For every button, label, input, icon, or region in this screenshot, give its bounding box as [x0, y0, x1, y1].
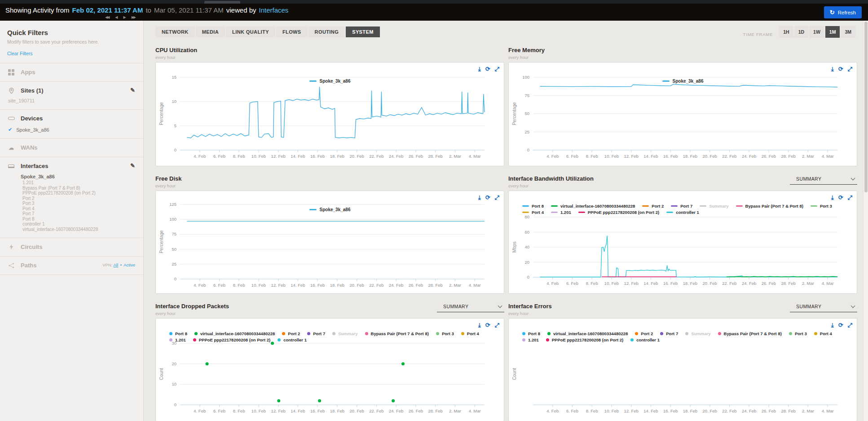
summary-dropdown-dropped[interactable]: SUMMARY — [437, 303, 504, 312]
download-icon[interactable]: ⤓ — [831, 322, 834, 328]
reload-icon[interactable]: ⟳ — [485, 322, 490, 328]
legend-item[interactable]: Port 4 — [461, 331, 479, 336]
next-page-icon[interactable]: ▶ — [123, 15, 125, 19]
reload-icon[interactable]: ⟳ — [485, 195, 490, 200]
legend-item[interactable]: 1.201 — [522, 337, 539, 342]
reload-icon[interactable]: ⟳ — [838, 195, 843, 200]
site-list-item[interactable]: site_190711 — [8, 98, 136, 103]
legend-item[interactable]: controller 1 — [630, 337, 660, 342]
reload-icon[interactable]: ⟳ — [485, 66, 490, 72]
download-icon[interactable]: ⤓ — [478, 66, 481, 72]
interface-list-item[interactable]: Port 2 — [22, 196, 136, 201]
tab-routing[interactable]: ROUTING — [308, 27, 345, 37]
interface-list-item[interactable]: Port 8 — [22, 217, 136, 222]
legend-item[interactable]: Summary — [332, 331, 357, 336]
tab-media[interactable]: MEDIA — [196, 27, 225, 37]
legend-item[interactable]: Summary — [685, 331, 710, 336]
first-page-icon[interactable]: ◀◀ — [105, 15, 109, 19]
sidebar-item-circuits[interactable]: Circuits — [7, 244, 136, 250]
interface-list-item[interactable]: virtual_interface-16070800334480228 — [22, 227, 136, 232]
reload-icon[interactable]: ⟳ — [838, 66, 843, 72]
legend-item[interactable]: virtual_interface-16070800334480228 — [551, 204, 635, 208]
tab-system[interactable]: SYSTEM — [346, 27, 380, 37]
timeframe-1d[interactable]: 1D — [794, 26, 808, 38]
timeframe-1m[interactable]: 1M — [825, 26, 840, 38]
legend-item[interactable]: Port 7 — [307, 331, 325, 336]
sidebar-item-apps[interactable]: Apps — [7, 69, 136, 75]
sidebar-item-wans[interactable]: ☁ WANs — [7, 144, 136, 151]
vpn-all-link[interactable]: All — [113, 262, 118, 267]
interface-list-item[interactable]: 1.201 — [22, 180, 136, 186]
legend-item[interactable]: Port 3 — [789, 331, 807, 336]
timeframe-1h[interactable]: 1H — [779, 26, 793, 38]
end-date[interactable]: Mar 05, 2021 11:37 AM — [154, 6, 224, 14]
legend-item[interactable]: Port 2 — [642, 204, 664, 208]
legend-item[interactable]: PPPoE ppp22178200208 (on Port 2) — [578, 210, 659, 215]
chart-plot-disk[interactable]: 1251007550250Percentage4. Feb6. Feb8. Fe… — [156, 191, 505, 294]
tab-network[interactable]: NETWORK — [155, 27, 195, 37]
interface-list-item[interactable]: controller 1 — [22, 222, 136, 227]
legend-item[interactable]: Bypass Pair (Port 7 & Port 8) — [718, 331, 782, 336]
summary-dropdown-errors[interactable]: SUMMARY — [790, 303, 857, 312]
last-page-icon[interactable]: ▶▶ — [132, 15, 135, 19]
legend-item[interactable]: Port 7 — [671, 204, 692, 208]
prev-page-icon[interactable]: ◀ — [115, 15, 117, 19]
legend-item[interactable]: 1.201 — [551, 210, 571, 215]
reload-icon[interactable]: ⟳ — [838, 322, 843, 328]
chart-plot-cpu[interactable]: 151050Percentage4. Feb6. Feb8. Feb10. Fe… — [156, 62, 505, 167]
sidebar-item-devices[interactable]: Devices — [7, 115, 136, 122]
legend-item[interactable]: Port 8 — [169, 331, 187, 336]
legend-item[interactable]: Port 3 — [811, 204, 832, 208]
interface-list-item[interactable]: Port 3 — [22, 201, 136, 206]
expand-icon[interactable]: ⤢ — [848, 322, 852, 328]
legend-item[interactable]: PPPoE ppp22178200208 (on Port 2) — [193, 337, 270, 342]
expand-icon[interactable]: ⤢ — [848, 195, 852, 200]
interface-list-item[interactable]: Port 7 — [22, 211, 136, 217]
interface-list-item[interactable]: Bypass Pair (Port 7 & Port 8) — [22, 186, 136, 191]
legend-item[interactable]: virtual_interface-16070800334480228 — [194, 331, 275, 336]
download-icon[interactable]: ⤓ — [831, 195, 834, 200]
expand-icon[interactable]: ⤢ — [848, 66, 852, 72]
legend-item[interactable]: controller 1 — [666, 210, 699, 215]
tab-link-quality[interactable]: LINK QUALITY — [226, 27, 275, 37]
legend-item[interactable]: Port 2 — [282, 331, 300, 336]
download-icon[interactable]: ⤓ — [478, 195, 481, 200]
vertical-scrollbar[interactable] — [863, 21, 868, 421]
legend-item[interactable]: Port 8 — [522, 331, 540, 336]
device-list-item[interactable]: ✔ Spoke_3k_a86 — [8, 127, 136, 133]
sidebar-item-sites[interactable]: Sites (1) ✎ — [7, 87, 136, 94]
download-icon[interactable]: ⤓ — [478, 322, 481, 328]
legend-item[interactable]: Summary — [700, 204, 728, 208]
clear-filters-link[interactable]: Clear Filters — [7, 51, 33, 56]
interface-list-item[interactable]: Port 4 — [22, 206, 136, 212]
sidebar-item-paths[interactable]: Paths VPN: All • Active — [7, 262, 136, 269]
legend-item[interactable]: controller 1 — [278, 337, 307, 342]
legend-item[interactable]: virtual_interface-16070800334480228 — [547, 331, 628, 336]
tab-flows[interactable]: FLOWS — [276, 27, 308, 37]
start-date[interactable]: Feb 02, 2021 11:37 AM — [72, 6, 143, 14]
legend-item[interactable]: Bypass Pair (Port 7 & Port 8) — [736, 204, 803, 208]
download-icon[interactable]: ⤓ — [831, 66, 834, 72]
sidebar-item-interfaces[interactable]: Interfaces ✎ — [7, 163, 136, 169]
legend-item[interactable]: Port 3 — [436, 331, 454, 336]
legend-item[interactable]: Port 8 — [522, 204, 544, 208]
expand-icon[interactable]: ⤢ — [495, 66, 499, 72]
edit-interfaces-icon[interactable]: ✎ — [130, 162, 135, 169]
scrollbar-thumb[interactable] — [864, 22, 868, 192]
timeframe-3m[interactable]: 3M — [841, 26, 855, 38]
legend-item[interactable]: Bypass Pair (Port 7 & Port 8) — [365, 331, 429, 336]
expand-icon[interactable]: ⤢ — [495, 322, 499, 328]
refresh-button[interactable]: ↻ Refresh — [824, 6, 862, 18]
timeframe-1w[interactable]: 1W — [809, 26, 824, 38]
legend-item[interactable]: Port 2 — [635, 331, 653, 336]
legend-item[interactable]: PPPoE ppp22178200208 (on Port 2) — [546, 337, 623, 342]
legend-item[interactable]: 1.201 — [169, 337, 186, 342]
summary-dropdown-bandwidth[interactable]: SUMMARY — [790, 175, 857, 185]
legend-item[interactable]: Port 4 — [814, 331, 832, 336]
edit-sites-icon[interactable]: ✎ — [130, 87, 135, 93]
legend-item[interactable]: Port 4 — [522, 210, 544, 215]
chart-plot-memory[interactable]: 1007550250Percentage4. Feb6. Feb8. Feb10… — [509, 62, 858, 167]
expand-icon[interactable]: ⤢ — [495, 195, 499, 200]
vpn-active-link[interactable]: Active — [123, 262, 135, 267]
legend-item[interactable]: Port 7 — [660, 331, 678, 336]
